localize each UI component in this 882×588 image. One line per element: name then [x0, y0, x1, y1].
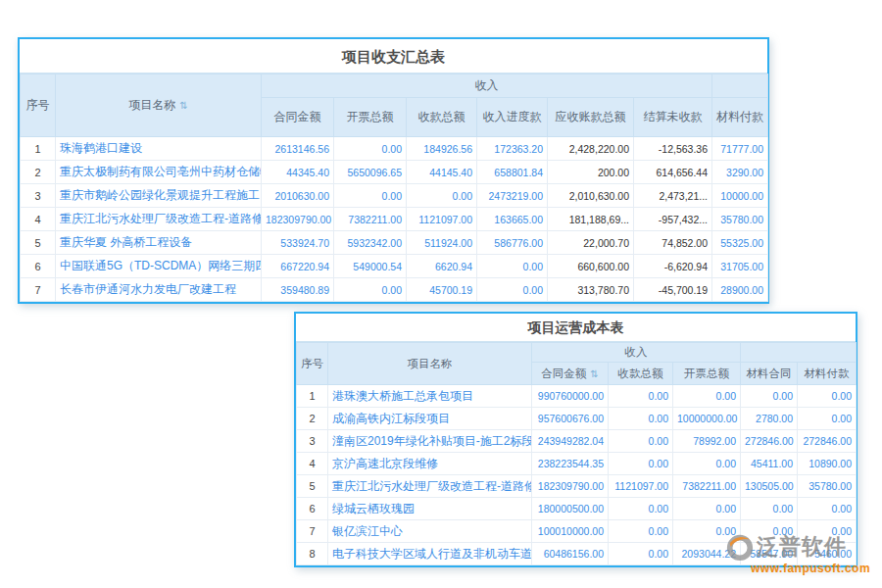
column-header-invoice-total[interactable]: 开票总额 [334, 98, 407, 137]
row-index-cell: 3 [21, 184, 56, 208]
value-cell: 184926.56 [407, 137, 477, 161]
value-cell: -45,700.19 [634, 278, 712, 302]
project-name-cell[interactable]: 银亿滨江中心 [328, 520, 532, 543]
operating-cost-title: 项目运营成本表 [296, 314, 856, 342]
value-cell: 0.00 [798, 408, 857, 430]
table-row: 3潼南区2019年绿化补贴项目-施工2标段243949282.040.00789… [297, 430, 857, 453]
column-header-seq: 序号 [297, 343, 328, 385]
table-row: 7长春市伊通河水力发电厂改建工程359480.890.0045700.190.0… [21, 278, 768, 302]
value-cell: 0.00 [477, 278, 548, 302]
row-index-cell: 1 [21, 137, 56, 161]
value-cell: 7382211.00 [673, 475, 741, 498]
value-cell: 0.00 [609, 453, 673, 475]
column-header-contract-amount[interactable]: 合同金额 [262, 98, 334, 137]
value-cell: 0.00 [673, 498, 741, 520]
project-name-cell[interactable]: 重庆华夏 外高桥工程设备 [56, 231, 262, 255]
row-index-cell: 4 [297, 453, 328, 475]
value-cell: 5932342.00 [334, 231, 407, 255]
value-cell: 44345.40 [262, 161, 334, 184]
row-index-cell: 2 [297, 408, 328, 430]
project-name-cell[interactable]: 重庆江北污水处理厂级改造工程-道路修复 [328, 475, 532, 498]
value-cell: 10890.00 [798, 453, 857, 475]
value-cell: 0.00 [334, 137, 407, 161]
column-header-income-progress[interactable]: 收入进度款 [477, 98, 548, 137]
value-cell: 60486156.00 [532, 543, 609, 565]
project-name-cell[interactable]: 电子科技大学区域人行道及非机动车道工程 [328, 543, 532, 565]
project-name-cell[interactable]: 港珠澳大桥施工总承包项目 [328, 385, 532, 408]
value-cell: 44145.40 [407, 161, 477, 184]
column-header-invoice-total[interactable]: 开票总额 [673, 363, 741, 385]
value-cell: 238223544.35 [532, 453, 609, 475]
table-row: 4重庆江北污水处理厂级改造工程-道路修复工程182309790.00738221… [21, 208, 768, 231]
fanpu-brand-name: 泛普软件 [757, 532, 847, 562]
table-row: 2重庆太极制药有限公司亳州中药材仓储物流园44345.405650096.654… [21, 161, 768, 184]
table-row: 3重庆市鹅岭公园绿化景观提升工程施工2010630.000.000.002473… [21, 184, 768, 208]
sort-icon[interactable]: ⇅ [179, 100, 187, 111]
value-cell: 74,852.00 [634, 231, 712, 255]
column-group-material-spacer [741, 343, 857, 363]
project-name-cell[interactable]: 重庆市鹅岭公园绿化景观提升工程施工 [56, 184, 262, 208]
value-cell: 2,473,21... [634, 184, 712, 208]
value-cell: 0.00 [741, 385, 798, 408]
row-index-cell: 3 [297, 430, 328, 453]
column-header-material-contract[interactable]: 材料合同 [741, 363, 798, 385]
value-cell: 0.00 [609, 543, 673, 565]
table-row: 6绿城云栖玫瑰园180000500.000.000.000.000.00 [297, 498, 857, 520]
value-cell: 0.00 [609, 408, 673, 430]
value-cell: 957600676.00 [532, 408, 609, 430]
project-name-cell[interactable]: 成渝高铁内江标段项目 [328, 408, 532, 430]
column-header-project-name[interactable]: 项目名称⇅ [56, 74, 262, 137]
value-cell: -957,432... [634, 208, 712, 231]
row-index-cell: 1 [297, 385, 328, 408]
value-cell: 0.00 [334, 184, 407, 208]
column-header-receipt-total[interactable]: 收款总额 [609, 363, 673, 385]
row-index-cell: 5 [297, 475, 328, 498]
project-name-cell[interactable]: 珠海鹤港口建设 [56, 137, 262, 161]
column-group-material-spacer [712, 74, 768, 98]
value-cell: 2,010,630.00 [548, 184, 634, 208]
column-header-material-payment[interactable]: 材料付款 [712, 98, 768, 137]
project-name-cell[interactable]: 京沪高速北京段维修 [328, 453, 532, 475]
value-cell: 200.00 [548, 161, 634, 184]
value-cell: -12,563.36 [634, 137, 712, 161]
column-header-contract-amount[interactable]: 合同金额⇅ [532, 363, 609, 385]
column-header-material-payment[interactable]: 材料付款 [798, 363, 857, 385]
value-cell: 313,780.70 [548, 278, 634, 302]
project-name-cell[interactable]: 重庆江北污水处理厂级改造工程-道路修复工程 [56, 208, 262, 231]
row-index-cell: 8 [297, 543, 328, 565]
table-row: 2成渝高铁内江标段项目957600676.000.0010000000.0027… [297, 408, 857, 430]
project-name-cell[interactable]: 绿城云栖玫瑰园 [328, 498, 532, 520]
fanpu-logo-icon [725, 532, 755, 562]
column-header-project-name[interactable]: 项目名称 [328, 343, 532, 385]
column-header-receipt-total[interactable]: 收款总额 [407, 98, 477, 137]
value-cell: 130505.00 [741, 475, 798, 498]
value-cell: 5650096.65 [334, 161, 407, 184]
value-cell: 660,600.00 [548, 255, 634, 278]
value-cell: 586776.00 [477, 231, 548, 255]
column-header-seq: 序号 [21, 74, 56, 137]
row-index-cell: 6 [297, 498, 328, 520]
value-cell: 0.00 [798, 385, 857, 408]
sort-icon[interactable]: ⇅ [590, 368, 598, 379]
value-cell: 549000.54 [334, 255, 407, 278]
value-cell: 35780.00 [712, 208, 768, 231]
column-header-settled-unreceived[interactable]: 结算未收款 [634, 98, 712, 137]
income-expense-summary-grid: 序号 项目名称⇅ 收入 合同金额 开票总额 收款总额 收入进度款 应收账款总额 … [20, 74, 768, 302]
table-row: 6中国联通5G（TD-SCDMA）网络三期四川工程667220.94549000… [21, 255, 768, 278]
value-cell: 6620.94 [407, 255, 477, 278]
project-name-cell[interactable]: 重庆太极制药有限公司亳州中药材仓储物流园 [56, 161, 262, 184]
value-cell: 272846.00 [741, 430, 798, 453]
column-header-receivable-total[interactable]: 应收账款总额 [548, 98, 634, 137]
table-row: 4京沪高速北京段维修238223544.350.000.0045411.0010… [297, 453, 857, 475]
table-row: 5重庆江北污水处理厂级改造工程-道路修复182309790.001121097.… [297, 475, 857, 498]
value-cell: 28900.00 [712, 278, 768, 302]
value-cell: 1121097.00 [407, 208, 477, 231]
value-cell: 35780.00 [798, 475, 857, 498]
value-cell: 2613146.56 [262, 137, 334, 161]
operating-cost-table: 项目运营成本表 序号 项目名称 收入 合同金额⇅ 收款总额 开票总额 材料合同 … [294, 312, 858, 567]
project-name-cell[interactable]: 中国联通5G（TD-SCDMA）网络三期四川工程 [56, 255, 262, 278]
table-row: 5重庆华夏 外高桥工程设备533924.705932342.00511924.0… [21, 231, 768, 255]
project-name-cell[interactable]: 长春市伊通河水力发电厂改建工程 [56, 278, 262, 302]
value-cell: 1121097.00 [609, 475, 673, 498]
project-name-cell[interactable]: 潼南区2019年绿化补贴项目-施工2标段 [328, 430, 532, 453]
